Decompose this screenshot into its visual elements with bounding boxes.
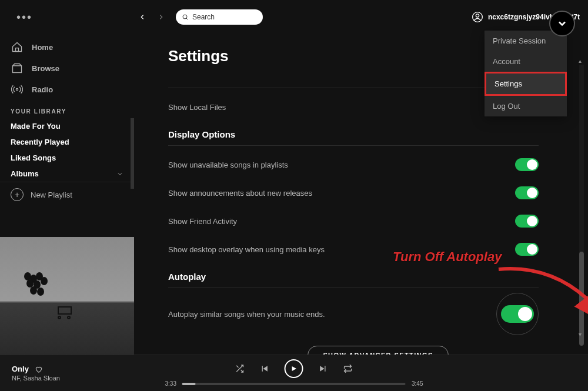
library-header: YOUR LIBRARY — [0, 100, 134, 118]
heart-icon[interactable] — [35, 365, 43, 373]
divider — [168, 145, 539, 146]
setting-label: Show Friend Activity — [168, 217, 237, 226]
setting-label: Show announcements about new releases — [168, 189, 312, 198]
section-display-options: Display Options — [168, 129, 588, 139]
play-button[interactable] — [285, 359, 303, 378]
radio-icon — [11, 83, 24, 95]
setting-announcements: Show announcements about new releases — [168, 179, 588, 207]
svg-line-1 — [186, 18, 188, 20]
sidebar-item-label: Home — [32, 43, 53, 52]
annotation-text: Turn Off Autoplay — [393, 249, 502, 265]
divider — [168, 88, 539, 88]
svg-rect-5 — [13, 66, 22, 73]
search-placeholder: Search — [192, 13, 215, 21]
more-icon[interactable]: ••• — [16, 11, 32, 24]
user-icon — [472, 11, 483, 23]
repeat-icon[interactable] — [343, 364, 353, 373]
user-menu-chevron[interactable] — [549, 11, 575, 36]
setting-label: Show desktop overlay when using media ke… — [168, 245, 325, 254]
player-controls: 3:33 3:45 — [165, 359, 423, 387]
show-advanced-settings-button[interactable]: SHOW ADVANCED SETTINGS — [308, 346, 449, 355]
svg-point-3 — [476, 14, 479, 17]
svg-point-6 — [16, 88, 18, 90]
seek-bar[interactable] — [182, 383, 406, 385]
setting-label: Show Local Files — [168, 103, 226, 112]
sidebar-item-home[interactable]: Home — [11, 36, 123, 58]
chevron-down-icon — [556, 18, 568, 29]
album-cover[interactable] — [0, 237, 134, 355]
search-input[interactable]: Search — [176, 9, 263, 25]
svg-point-0 — [183, 15, 187, 19]
player-bar: Only NF, Sasha Sloan 3:33 3:45 — [0, 355, 588, 391]
dropdown-item-settings[interactable]: Settings — [485, 72, 567, 96]
new-playlist-button[interactable]: + New Playlist — [0, 182, 134, 207]
new-playlist-label: New Playlist — [31, 191, 72, 199]
dropdown-item-account[interactable]: Account — [485, 51, 567, 72]
play-icon — [290, 365, 298, 372]
toggle-unavailable-songs[interactable] — [515, 158, 539, 171]
dropdown-item-logout[interactable]: Log Out — [485, 96, 567, 116]
progress-bar: 3:33 3:45 — [165, 380, 423, 387]
sidebar-item-browse[interactable]: Browse — [11, 58, 123, 79]
library-item-albums[interactable]: Albums — [0, 166, 134, 182]
divider — [168, 288, 539, 288]
library-item-made-for-you[interactable]: Made For You — [0, 118, 134, 134]
annotation-arrow — [493, 258, 588, 340]
setting-label: Autoplay similar songs when your music e… — [168, 310, 325, 319]
nav-arrows — [138, 13, 165, 21]
setting-unavailable-songs: Show unavailable songs in playlists — [168, 151, 588, 179]
forward-button[interactable] — [157, 13, 165, 21]
toggle-friend-activity[interactable] — [515, 215, 539, 228]
previous-icon[interactable] — [260, 364, 269, 373]
library-item-liked-songs[interactable]: Liked Songs — [0, 150, 134, 166]
svg-rect-4 — [16, 48, 19, 52]
setting-friend-activity: Show Friend Activity — [168, 207, 588, 235]
time-elapsed: 3:33 — [165, 380, 176, 387]
scroll-up-icon[interactable]: ▴ — [579, 58, 584, 64]
track-artist[interactable]: NF, Sasha Sloan — [12, 375, 60, 382]
user-dropdown: Private Session Account Settings Log Out — [485, 31, 567, 116]
back-button[interactable] — [138, 13, 146, 21]
plus-icon: + — [11, 188, 24, 201]
time-total: 3:45 — [412, 380, 423, 387]
nav-list: Home Browse Radio — [0, 36, 134, 100]
app-window: ••• Search ncxc6tzgnsjyz94ivb82kwt7t Pri… — [0, 0, 588, 391]
shuffle-icon[interactable] — [235, 364, 245, 373]
toggle-desktop-overlay[interactable] — [515, 243, 539, 256]
now-playing: Only NF, Sasha Sloan — [12, 365, 60, 382]
sidebar-item-label: Browse — [32, 64, 59, 73]
track-title[interactable]: Only — [12, 365, 29, 373]
sidebar: Home Browse Radio YOUR LIBRARY Made For … — [0, 34, 134, 355]
search-icon — [182, 14, 189, 21]
sidebar-item-radio[interactable]: Radio — [11, 79, 123, 100]
chevron-down-icon — [116, 171, 123, 178]
home-icon — [11, 41, 24, 53]
topbar: ••• Search ncxc6tzgnsjyz94ivb82kwt7t Pri… — [0, 0, 588, 34]
library-item-recently-played[interactable]: Recently Played — [0, 134, 134, 150]
toggle-announcements[interactable] — [515, 186, 539, 199]
setting-label: Show unavailable songs in playlists — [168, 161, 288, 169]
next-icon[interactable] — [319, 364, 328, 373]
browse-icon — [11, 62, 24, 74]
sidebar-item-label: Radio — [32, 85, 53, 94]
